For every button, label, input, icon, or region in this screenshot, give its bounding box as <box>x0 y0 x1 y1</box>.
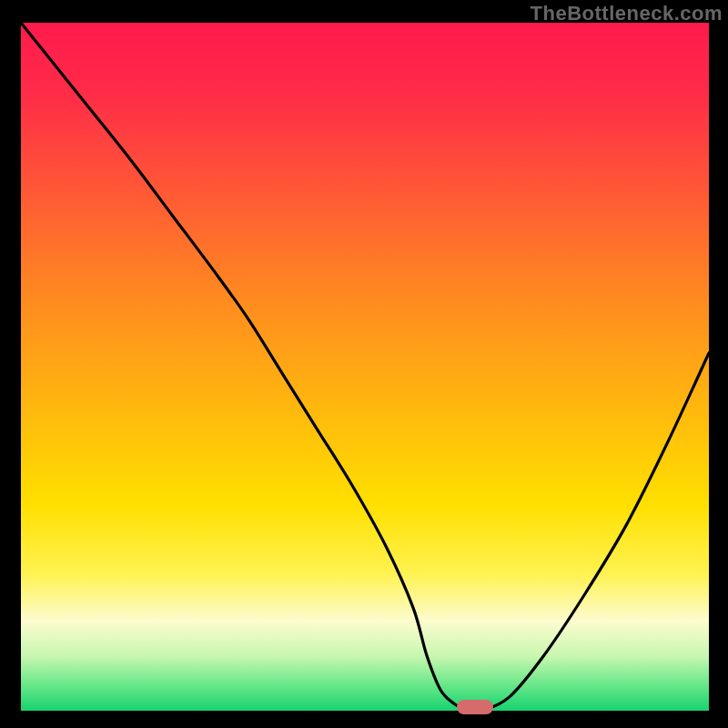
plot-area <box>21 23 709 711</box>
optimal-marker <box>457 700 493 714</box>
plot-svg <box>21 23 709 711</box>
chart-container: TheBottleneck.com <box>0 0 728 728</box>
gradient-background <box>21 23 709 711</box>
watermark-text: TheBottleneck.com <box>531 2 723 25</box>
